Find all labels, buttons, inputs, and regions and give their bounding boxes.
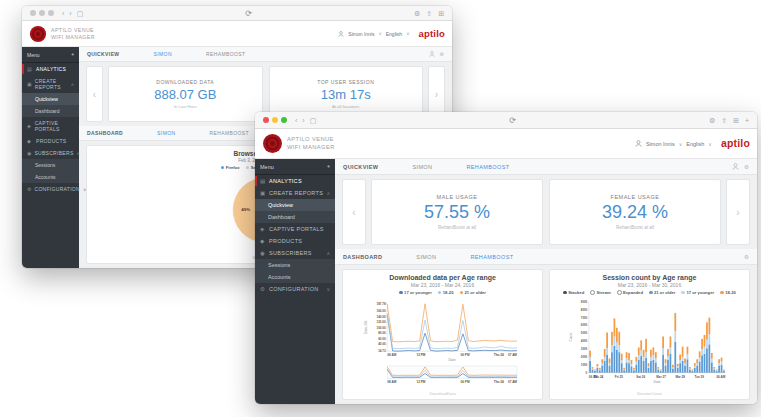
legend-item-stacked[interactable]: Stacked [563,290,584,295]
refresh-icon[interactable]: ⟳ [321,116,704,125]
sidebar-item-products[interactable]: ◆PRODUCTS [22,135,79,147]
window-controls[interactable] [30,10,54,16]
sidebar-item-create-reports[interactable]: ▣CREATE REPORTS∧ [22,75,79,93]
bar-segment [640,356,642,372]
bar-segment [665,363,667,365]
legend-item-18-20[interactable]: 18-20 [438,290,454,295]
legend-item-17-or-younger[interactable]: 17 or younger [681,290,714,295]
forward-icon[interactable]: › [69,10,71,17]
tab-rehamboost[interactable]: REHAMBOOST [470,254,513,260]
tabs-icon[interactable]: ⊞ [438,10,444,17]
carousel-left-button[interactable]: ‹ [86,66,103,122]
maximize-window-icon[interactable] [281,117,287,123]
sidebar-item-label: PRODUCTS [269,238,302,244]
settings-icon[interactable]: ⚙ [414,10,420,17]
language-menu[interactable]: English [386,31,402,37]
user-menu[interactable]: Simon Innis [348,31,374,37]
carousel-left-button[interactable]: ‹ [342,179,366,245]
legend-label: 21 or older [654,290,675,295]
minimize-window-icon[interactable] [39,10,45,16]
new-tab-icon[interactable]: + [745,117,749,124]
legend-item-stream[interactable]: Stream [590,290,611,295]
sidebar-item-configuration[interactable]: ⚙CONFIGURATION∨ [255,283,335,295]
sidebar-item-analytics[interactable]: ▤ANALYTICS [22,63,79,75]
bar-segment [689,369,691,370]
carousel-right-button[interactable]: › [726,179,750,245]
window-controls[interactable] [263,117,287,123]
sidebar-item-analytics[interactable]: ▤ANALYTICS [255,175,335,187]
legend-item-17-or-younger[interactable]: 17 or younger [399,290,432,295]
share-icon[interactable]: ⇧ [721,117,727,124]
card-title: DOWNLOADED DATA [156,79,214,85]
close-window-icon[interactable] [263,117,269,123]
tabs-icon[interactable]: ⊞ [733,117,739,124]
bar-segment [682,361,684,373]
tab-rehamboost[interactable]: REHAMBOOST [466,164,509,170]
tab-simon[interactable]: SIMON [412,164,432,170]
legend-item-firefox[interactable]: Firefox [221,165,240,170]
chevron-down-icon: ∨ [326,286,330,292]
legend-item-21-or-older[interactable]: 21 or older [460,290,486,295]
sidebar-item-accounts[interactable]: Accounts [22,171,79,183]
bar-segment [672,369,674,373]
sidebar-item-captive-portals[interactable]: ◈CAPTIVE PORTALS [255,223,335,235]
language-menu[interactable]: English [686,141,704,147]
bar-segment [699,351,701,357]
pin-icon[interactable]: ⌖ [71,51,74,58]
tab-simon[interactable]: SIMON [157,130,175,136]
sidebar-item-accounts[interactable]: Accounts [255,271,335,283]
tab-rehamboost[interactable]: REHAMBOOST [206,51,246,57]
sidebar-item-create-reports[interactable]: ▣CREATE REPORTS∧ [255,187,335,199]
sidebar-item-configuration[interactable]: ⚙CONFIGURATION∨ [22,183,79,195]
tab-simon[interactable]: SIMON [154,51,172,57]
legend-item-21-or-older[interactable]: 21 or older [649,290,675,295]
bar-segment [589,361,591,373]
refresh-icon[interactable]: ⟳ [88,9,409,18]
products-icon: ◆ [27,138,33,144]
user-menu[interactable]: Simon Innis [646,141,675,147]
minimize-window-icon[interactable] [272,117,278,123]
chevron-down-icon: ∨ [83,187,86,192]
close-window-icon[interactable] [30,10,36,16]
x-tick-label: 07 AM [508,353,517,357]
gear-icon[interactable]: ⚙ [440,51,444,57]
back-icon[interactable]: ‹ [295,117,297,124]
sidebar-item-products[interactable]: ◆PRODUCTS [255,235,335,247]
sidebar-item-dashboard[interactable]: Dashboard [22,105,79,117]
sidebar-toggle-icon[interactable]: ▢ [77,10,84,17]
sidebar-item-captive-portals[interactable]: ◈CAPTIVE PORTALS [22,117,79,135]
back-icon[interactable]: ‹ [62,10,64,17]
sidebar-item-quickview[interactable]: Quickview [22,93,79,105]
share-icon[interactable]: ⇧ [426,10,432,17]
gear-icon[interactable]: ⚙ [744,254,749,260]
bar-segment [718,366,720,373]
sidebar-item-subscribers[interactable]: ◉SUBSCRIBERS∧ [255,247,335,259]
sidebar-item-dashboard[interactable]: Dashboard [255,211,335,223]
user-icon[interactable] [429,51,435,57]
sidebar-item-subscribers[interactable]: ◉SUBSCRIBERS∧ [22,147,79,159]
gear-icon[interactable]: ⚙ [744,164,749,170]
create-reports-icon: ▣ [27,81,32,87]
sidebar-item-sessions[interactable]: Sessions [22,159,79,171]
tab-simon[interactable]: SIMON [416,254,436,260]
legend-item-expanded[interactable]: Expanded [617,290,643,295]
sidebar-toggle-icon[interactable]: ▢ [310,117,317,124]
y-tick-label: 187.78 [376,302,385,306]
legend-item-18-20[interactable]: 18-20 [720,290,736,295]
bar-segment [613,336,615,345]
submenu: QuickviewDashboard [255,199,335,223]
tab-rehamboost[interactable]: REHAMBOOST [210,130,250,136]
bar-segment [611,332,613,345]
navigator-tick-label: 12 PM [416,380,425,384]
maximize-window-icon[interactable] [48,10,54,16]
pin-icon[interactable]: ⌖ [327,163,330,170]
navigator-tick-label: Thu 24 [494,380,504,384]
user-icon[interactable] [732,163,739,170]
sidebar-item-quickview[interactable]: Quickview [255,199,335,211]
quickview-card-female-usage: FEMALE USAGE39.24 %RehamBoost at all [549,179,721,245]
bar-segment [660,370,662,371]
bar-segment [708,344,710,372]
settings-icon[interactable]: ⚙ [709,117,715,124]
sidebar-item-sessions[interactable]: Sessions [255,259,335,271]
forward-icon[interactable]: › [302,117,304,124]
